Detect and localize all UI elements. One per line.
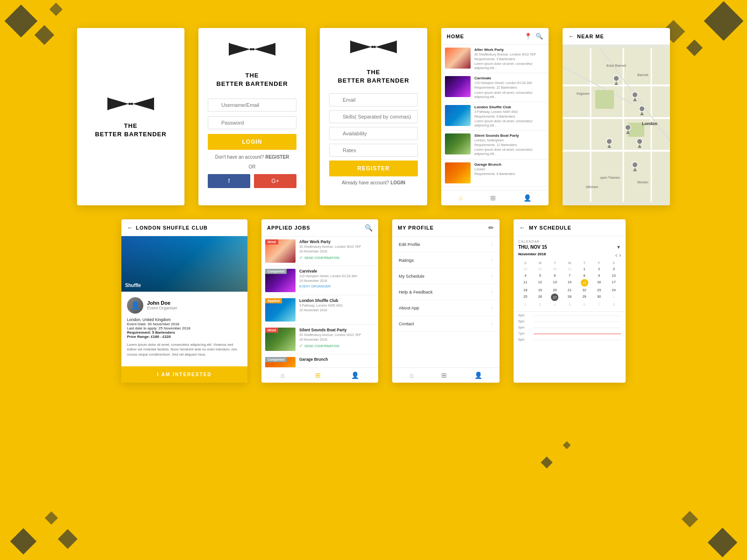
cal-day-8b[interactable]: 8 — [606, 301, 621, 308]
cal-day-28a[interactable]: 28 — [518, 266, 533, 272]
date-dropdown-icon[interactable]: ▼ — [616, 245, 621, 250]
cal-day-17[interactable]: 17 — [606, 279, 621, 287]
event-item-5[interactable]: Garage Brunch London Requirements: 6 Bar… — [441, 160, 549, 187]
cal-day-25[interactable]: 25 — [518, 294, 533, 301]
menu-item-help[interactable]: Help & Feedback › — [392, 284, 500, 300]
cal-day-3b[interactable]: 3 — [533, 301, 548, 308]
map-area[interactable]: East Barnet Edgware Barnet London upon T… — [563, 45, 670, 205]
map-header: ← NEAR ME — [563, 28, 670, 45]
profile-edit-icon[interactable]: ✏ — [488, 224, 494, 231]
cal-day-29a[interactable]: 29 — [533, 266, 548, 272]
cal-day-29b[interactable]: 29 — [577, 294, 592, 301]
password-input[interactable] — [208, 116, 296, 129]
nav-home-icon[interactable]: ⌂ — [458, 194, 462, 202]
confirm-text-4[interactable]: SEND CONFIRMATION — [304, 344, 339, 348]
job-item-5[interactable]: Completed Garage Brunch — [261, 354, 378, 367]
next-month-button[interactable]: › — [619, 252, 621, 259]
nav-profile-icon[interactable]: 👤 — [523, 194, 531, 202]
home-header: HOME 📍 🔍 — [441, 28, 549, 45]
cal-day-23[interactable]: 23 — [592, 287, 606, 293]
facebook-button[interactable]: f — [208, 174, 250, 188]
nav-home-icon-jobs[interactable]: ⌂ — [281, 371, 284, 379]
interested-button[interactable]: I AM INTERESTED — [121, 366, 247, 383]
nav-profile-icon-jobs[interactable]: 👤 — [351, 371, 359, 379]
nav-profile-icon-profile[interactable]: 👤 — [474, 371, 482, 379]
nav-home-icon-profile[interactable]: ⌂ — [409, 371, 413, 379]
event-item-3[interactable]: London Shuffle Club 3 Pathway, London NW… — [441, 102, 549, 131]
job-date-4: 16 November 2018 — [299, 337, 374, 342]
cal-day-6[interactable]: 6 — [548, 273, 562, 279]
event-item-1[interactable]: After Work Party 30 Shaftesbury Avenue, … — [441, 45, 549, 73]
search-icon[interactable]: 🔍 — [536, 33, 543, 40]
venue-back-icon[interactable]: ← — [127, 224, 133, 231]
skills-input[interactable] — [329, 110, 418, 123]
prev-month-button[interactable]: ‹ — [615, 252, 617, 259]
username-input[interactable] — [208, 98, 296, 112]
event-item-4[interactable]: Silent Sounds Boat Party London, Notting… — [441, 131, 549, 159]
cal-day-28b[interactable]: 28 — [563, 294, 577, 301]
nav-jobs-icon-profile[interactable]: ⊞ — [441, 371, 447, 379]
cal-day-4[interactable]: 4 — [518, 273, 533, 279]
jobs-search-icon[interactable]: 🔍 — [365, 224, 373, 231]
menu-item-edit-profile[interactable]: Edit Profile › — [392, 237, 500, 252]
cal-day-19[interactable]: 19 — [533, 287, 548, 293]
cal-day-22[interactable]: 22 — [577, 287, 592, 293]
chevron-help: › — [492, 289, 493, 294]
location-icon[interactable]: 📍 — [524, 33, 532, 40]
register-button[interactable]: REGISTER — [329, 161, 418, 176]
schedule-back-icon[interactable]: ← — [519, 224, 525, 231]
email-input[interactable] — [329, 93, 418, 106]
cal-day-11[interactable]: 11 — [518, 279, 533, 287]
cal-day-31a[interactable]: 31 — [563, 266, 577, 272]
cal-day-6b[interactable]: 6 — [577, 301, 592, 308]
nav-jobs-icon-jobs[interactable]: ⊞ — [315, 371, 321, 379]
google-button[interactable]: G+ — [254, 174, 296, 188]
job-item-2[interactable]: Completed Carnivale 110 Hampton Street, … — [261, 266, 378, 295]
cal-day-3[interactable]: 3 — [606, 266, 621, 272]
cal-day-13[interactable]: 13 — [548, 279, 562, 287]
job-item-3[interactable]: Applied London Shuffle Club 3 Pathway, L… — [261, 295, 378, 325]
cal-day-15-today[interactable]: 15 — [581, 279, 588, 287]
job-item-4[interactable]: Hired Silent Sounds Boat Party 30 Shafte… — [261, 325, 378, 354]
nav-jobs-icon[interactable]: ⊞ — [490, 194, 496, 202]
menu-item-contact[interactable]: Contact › — [392, 316, 500, 332]
cal-day-2b[interactable]: 2 — [518, 301, 533, 308]
cal-day-18[interactable]: 18 — [518, 287, 533, 293]
cal-day-2[interactable]: 2 — [592, 266, 606, 272]
cal-day-4b[interactable]: 4 — [548, 301, 562, 308]
menu-item-about[interactable]: About App › — [392, 300, 500, 316]
cal-day-7b[interactable]: 7 — [592, 301, 606, 308]
cal-day-1b[interactable]: 1 — [606, 294, 621, 301]
cal-day-9[interactable]: 9 — [592, 273, 606, 279]
cal-day-10[interactable]: 10 — [606, 273, 621, 279]
cal-day-20[interactable]: 20 — [548, 287, 562, 293]
cal-day-24[interactable]: 24 — [606, 287, 621, 293]
cal-day-1[interactable]: 1 — [577, 266, 592, 272]
cal-day-5b[interactable]: 5 — [563, 301, 577, 308]
event-item-2[interactable]: Carnivale 110 Hampton Street, London EC2… — [441, 73, 549, 102]
cal-day-16[interactable]: 16 — [592, 279, 606, 287]
cal-day-5[interactable]: 5 — [533, 273, 548, 279]
back-arrow-icon[interactable]: ← — [568, 33, 574, 40]
job-item-1[interactable]: Hired After Work Party 30 Shaftesbury Av… — [261, 237, 378, 266]
bowtie-logo — [107, 95, 154, 113]
jobs-nav: ⌂ ⊞ 👤 — [261, 367, 378, 383]
cal-day-27-selected[interactable]: 27 — [551, 294, 558, 301]
cal-day-21[interactable]: 21 — [563, 287, 577, 293]
confirm-text-1[interactable]: SEND CONFIRMATION — [304, 256, 339, 259]
rates-input[interactable] — [329, 144, 418, 157]
availability-input[interactable] — [329, 127, 418, 140]
cal-day-7[interactable]: 7 — [563, 273, 577, 279]
login-button[interactable]: LOGIN — [208, 134, 296, 150]
cal-day-30[interactable]: 30 — [592, 294, 606, 301]
cal-day-26[interactable]: 26 — [533, 294, 548, 301]
menu-item-schedule[interactable]: My Schedule › — [392, 268, 500, 284]
cal-day-12[interactable]: 12 — [533, 279, 548, 287]
cal-day-30a[interactable]: 30 — [548, 266, 562, 272]
menu-item-ratings[interactable]: Ratings › — [392, 252, 500, 268]
event-org-text-2[interactable]: EVENT ORGANISER — [299, 285, 331, 288]
svg-point-38 — [613, 76, 619, 81]
cal-day-8[interactable]: 8 — [577, 273, 592, 279]
cal-day-14[interactable]: 14 — [563, 279, 577, 287]
svg-point-46 — [637, 139, 642, 144]
